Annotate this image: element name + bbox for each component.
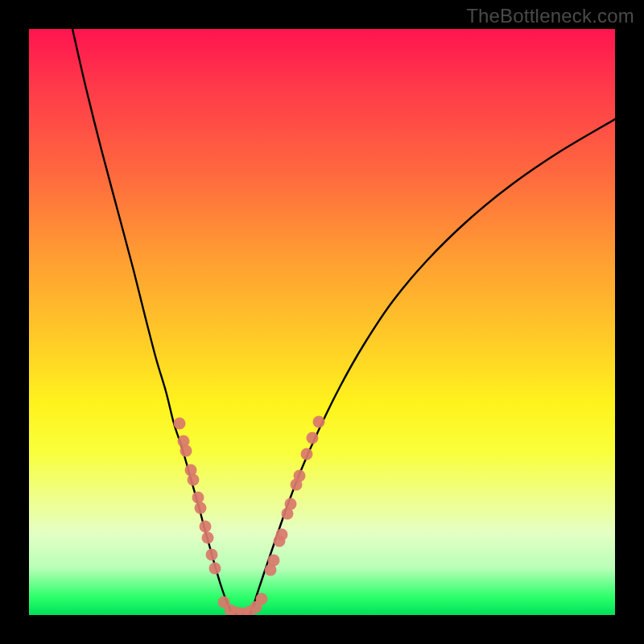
marker-dot <box>285 498 297 510</box>
marker-dot <box>301 448 313 460</box>
bottleneck-curve <box>72 29 615 614</box>
watermark-text: TheBottleneck.com <box>466 5 634 27</box>
marker-dot <box>174 418 186 430</box>
marker-dot <box>180 445 192 457</box>
marker-dot <box>200 521 212 533</box>
marker-dot <box>192 492 204 504</box>
plot-area <box>29 29 615 615</box>
bottleneck-curves <box>72 29 615 614</box>
marker-dot <box>195 502 207 514</box>
marker-dot <box>188 474 200 486</box>
data-markers <box>174 416 325 616</box>
marker-dot <box>209 563 221 575</box>
marker-dot <box>276 529 288 541</box>
chart-frame: TheBottleneck.com <box>0 0 644 644</box>
marker-dot <box>307 432 319 444</box>
marker-dot <box>256 593 268 605</box>
marker-dot <box>268 555 280 567</box>
marker-dot <box>294 470 306 482</box>
marker-dot <box>202 532 214 544</box>
chart-svg <box>29 29 615 615</box>
marker-dot <box>206 549 218 561</box>
marker-dot <box>313 416 325 428</box>
